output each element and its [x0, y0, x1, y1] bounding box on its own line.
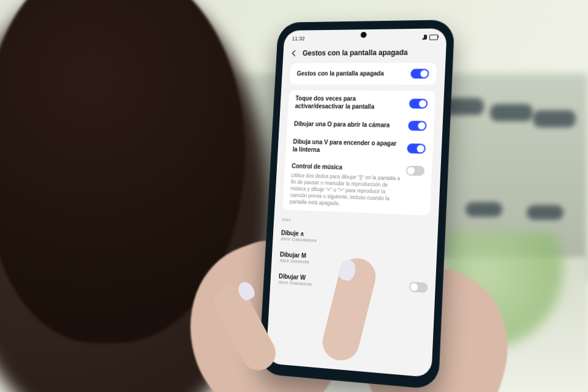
status-time: 11:32 — [292, 36, 305, 42]
page-title: Gestos con la pantalla apagada — [303, 48, 408, 58]
more-item-sub: Abrir Grabadora — [278, 279, 312, 287]
settings-list: Gestos con la pantalla apagada Toque dos… — [274, 62, 445, 216]
setting-master[interactable]: Gestos con la pantalla apagada — [290, 62, 437, 85]
toggle-draw-o[interactable] — [408, 121, 427, 130]
back-icon[interactable] — [290, 49, 298, 57]
toggle-doubletap[interactable] — [409, 99, 428, 108]
setting-label: Toque dos veces para activar/desactivar … — [295, 95, 404, 111]
setting-label: Dibuja una V para encender o apagar la l… — [292, 138, 402, 156]
setting-group: Toque dos veces para activar/desactivar … — [282, 90, 435, 215]
header: Gestos con la pantalla apagada — [283, 43, 447, 63]
setting-music[interactable]: Control de música Utilice dos dedos para… — [282, 158, 432, 216]
background-car — [490, 104, 533, 121]
setting-draw-v[interactable]: Dibuja una V para encender o apagar la l… — [285, 134, 434, 162]
toggle-master[interactable] — [410, 69, 429, 78]
toggle-music[interactable] — [406, 165, 425, 176]
setting-label: Gestos con la pantalla apagada — [296, 70, 384, 77]
background-car — [466, 202, 502, 217]
photo-scene: 11:32 Gestos con la pantalla apagada Ges… — [0, 0, 588, 392]
wifi-icon — [421, 35, 427, 40]
background-car — [533, 110, 576, 127]
toggle-draw-v[interactable] — [407, 143, 426, 154]
setting-description: Utilice dos dedos para dibujar "||" en l… — [290, 172, 401, 209]
battery-icon — [429, 34, 438, 40]
setting-doubletap[interactable]: Toque dos veces para activar/desactivar … — [288, 90, 435, 116]
setting-draw-o[interactable]: Dibujar una O para abrir la cámara — [287, 115, 434, 136]
setting-label: Dibujar una O para abrir la cámara — [294, 120, 390, 129]
toggle-draw-w[interactable] — [409, 282, 428, 293]
setting-label: Control de música — [292, 163, 401, 173]
background-car — [527, 205, 564, 220]
